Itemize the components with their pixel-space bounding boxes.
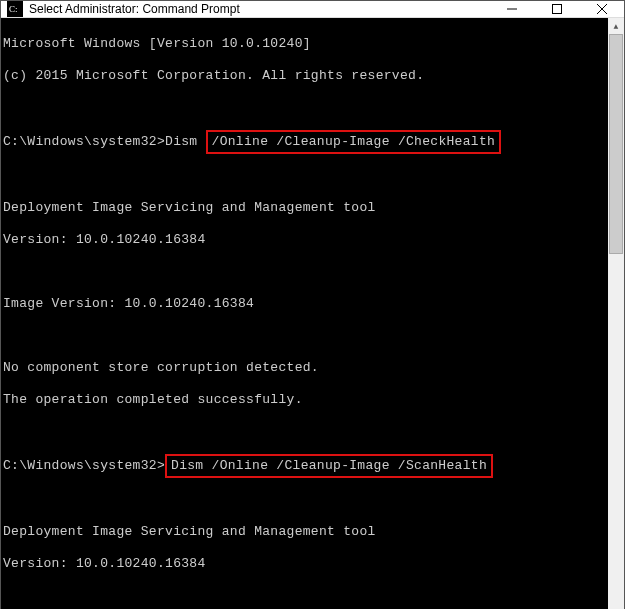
output-line: Version: 10.0.10240.16384 — [3, 232, 608, 248]
minimize-button[interactable] — [489, 1, 534, 17]
command-prompt-window: C: Select Administrator: Command Prompt … — [0, 0, 625, 609]
content-area: Microsoft Windows [Version 10.0.10240] (… — [1, 18, 624, 609]
output-line — [3, 492, 608, 508]
command-line: C:\Windows\system32>Dism /Online /Cleanu… — [3, 456, 608, 476]
command-line: C:\Windows\system32>Dism /Online /Cleanu… — [3, 132, 608, 152]
close-button[interactable] — [579, 1, 624, 17]
highlight-scanhealth: Dism /Online /Cleanup-Image /ScanHealth — [165, 454, 493, 478]
output-line — [3, 168, 608, 184]
scrollbar-thumb[interactable] — [609, 34, 623, 254]
svg-rect-3 — [552, 5, 561, 14]
svg-text:C:: C: — [9, 4, 18, 14]
terminal-output[interactable]: Microsoft Windows [Version 10.0.10240] (… — [1, 18, 608, 609]
vertical-scrollbar[interactable]: ▲ ▼ — [608, 18, 624, 609]
cmd-icon: C: — [7, 1, 23, 17]
output-line: Microsoft Windows [Version 10.0.10240] — [3, 36, 608, 52]
prompt-text: C:\Windows\system32> — [3, 458, 165, 473]
output-line: Deployment Image Servicing and Managemen… — [3, 200, 608, 216]
output-line — [3, 424, 608, 440]
output-line: Version: 10.0.10240.16384 — [3, 556, 608, 572]
highlight-checkhealth: /Online /Cleanup-Image /CheckHealth — [206, 130, 502, 154]
maximize-button[interactable] — [534, 1, 579, 17]
output-line — [3, 100, 608, 116]
output-line: The operation completed successfully. — [3, 392, 608, 408]
output-line: (c) 2015 Microsoft Corporation. All righ… — [3, 68, 608, 84]
output-line: Deployment Image Servicing and Managemen… — [3, 524, 608, 540]
output-line — [3, 588, 608, 604]
prompt-text: C:\Windows\system32> — [3, 134, 165, 149]
output-line: No component store corruption detected. — [3, 360, 608, 376]
window-title: Select Administrator: Command Prompt — [29, 2, 489, 16]
output-line: Image Version: 10.0.10240.16384 — [3, 296, 608, 312]
titlebar[interactable]: C: Select Administrator: Command Prompt — [1, 1, 624, 18]
cmd-text: Dism — [165, 134, 206, 149]
output-line — [3, 264, 608, 280]
scroll-up-arrow-icon[interactable]: ▲ — [608, 18, 624, 34]
output-line — [3, 328, 608, 344]
window-controls — [489, 1, 624, 17]
